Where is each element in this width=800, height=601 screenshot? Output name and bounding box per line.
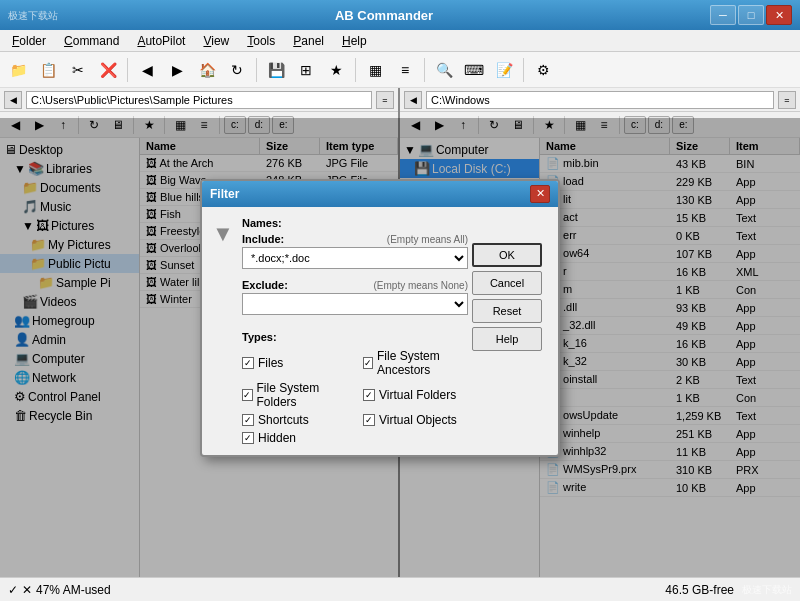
menu-folder[interactable]: Folder — [4, 32, 54, 50]
right-address-input[interactable] — [426, 91, 774, 109]
type-files-check[interactable]: ✓ — [242, 357, 254, 369]
left-addr-pin[interactable]: = — [376, 91, 394, 109]
title-bar-left: 极速下载站 — [8, 8, 58, 23]
tb-delete-icon[interactable]: ❌ — [94, 56, 122, 84]
type-filesystemfolders-label: File System Folders — [257, 381, 347, 409]
watermark-left: 极速下载站 — [8, 10, 58, 21]
tb-cmd-icon[interactable]: ⌨ — [460, 56, 488, 84]
tb-back-icon[interactable]: ◀ — [133, 56, 161, 84]
status-right: 46.5 GB-free — [665, 583, 734, 597]
type-hidden-check[interactable]: ✓ — [242, 432, 254, 444]
main-area: ◀ = ◀ ▶ ↑ ↻ 🖥 ★ ▦ ≡ c: d: e: — [0, 88, 800, 577]
left-address-bar: ◀ = — [0, 88, 398, 112]
watermark-status: 极速下载站 — [742, 583, 792, 597]
app-title: AB Commander — [58, 8, 710, 23]
type-files: ✓ Files — [242, 349, 347, 377]
tb-view-icon[interactable]: ⊞ — [292, 56, 320, 84]
tb-folder-icon[interactable]: 📁 — [4, 56, 32, 84]
include-hint: (Empty means All) — [387, 234, 468, 245]
names-section: Names: Include: (Empty means All) *.docx… — [242, 217, 468, 323]
menu-autopilot[interactable]: AutoPilot — [129, 32, 193, 50]
type-shortcuts-label: Shortcuts — [258, 413, 309, 427]
type-files-label: Files — [258, 356, 283, 370]
menu-bar: Folder Command AutoPilot View Tools Pane… — [0, 30, 800, 52]
types-section: Types: ✓ Files ✓ File System Ancestors ✓ — [242, 331, 468, 445]
exclude-label: Exclude: — [242, 279, 288, 291]
type-virtualfolders-check[interactable]: ✓ — [363, 389, 375, 401]
reset-button[interactable]: Reset — [472, 299, 542, 323]
menu-view[interactable]: View — [195, 32, 237, 50]
menu-tools[interactable]: Tools — [239, 32, 283, 50]
tb-star-icon[interactable]: ★ — [322, 56, 350, 84]
minimize-button[interactable]: ─ — [710, 5, 736, 25]
ok-button[interactable]: OK — [472, 243, 542, 267]
type-shortcuts: ✓ Shortcuts — [242, 413, 347, 427]
type-virtualfolders-label: Virtual Folders — [379, 388, 456, 402]
right-addr-pin[interactable]: = — [778, 91, 796, 109]
close-button[interactable]: ✕ — [766, 5, 792, 25]
toolbar-sep-2 — [256, 58, 257, 82]
right-address-bar: ◀ = — [400, 88, 800, 112]
tb-settings-icon[interactable]: ⚙ — [529, 56, 557, 84]
dialog-body: ▼ OK Cancel Reset Help Names: Include: (… — [202, 207, 558, 455]
type-filesystemancestors: ✓ File System Ancestors — [363, 349, 468, 377]
include-select[interactable]: *.docx;*.doc — [242, 247, 468, 269]
tb-up-icon[interactable]: 🏠 — [193, 56, 221, 84]
tb-cut-icon[interactable]: ✂ — [64, 56, 92, 84]
type-shortcuts-check[interactable]: ✓ — [242, 414, 254, 426]
names-label: Names: — [242, 217, 468, 229]
toolbar-sep-4 — [424, 58, 425, 82]
dialog-title-bar: Filter ✕ — [202, 181, 558, 207]
type-filesystemancestors-check[interactable]: ✓ — [363, 357, 373, 369]
types-grid: ✓ Files ✓ File System Ancestors ✓ File S… — [242, 349, 468, 445]
type-filesystemancestors-label: File System Ancestors — [377, 349, 468, 377]
toolbar-sep-1 — [127, 58, 128, 82]
maximize-button[interactable]: □ — [738, 5, 764, 25]
exclude-hint: (Empty means None) — [374, 280, 468, 291]
toolbar-sep-5 — [523, 58, 524, 82]
tb-rename-icon[interactable]: 📝 — [490, 56, 518, 84]
tb-forward-icon[interactable]: ▶ — [163, 56, 191, 84]
status-left: 47% AM-used — [36, 583, 111, 597]
modal-overlay: Filter ✕ ▼ OK Cancel Reset Help Names: I… — [0, 118, 800, 577]
tb-grid-icon[interactable]: ▦ — [361, 56, 389, 84]
tb-list-icon[interactable]: ≡ — [391, 56, 419, 84]
title-bar-controls: ─ □ ✕ — [710, 5, 792, 25]
filter-dialog: Filter ✕ ▼ OK Cancel Reset Help Names: I… — [200, 179, 560, 457]
main-toolbar: 📁 📋 ✂ ❌ ◀ ▶ 🏠 ↻ 💾 ⊞ ★ ▦ ≡ 🔍 ⌨ 📝 ⚙ — [0, 52, 800, 88]
type-hidden: ✓ Hidden — [242, 431, 347, 445]
types-label: Types: — [242, 331, 468, 343]
title-bar: 极速下载站 AB Commander ─ □ ✕ — [0, 0, 800, 30]
dialog-buttons: OK Cancel Reset Help — [472, 243, 542, 351]
menu-command[interactable]: Command — [56, 32, 127, 50]
type-virtualobjects-label: Virtual Objects — [379, 413, 457, 427]
status-check: ✓ — [8, 583, 18, 597]
type-hidden-label: Hidden — [258, 431, 296, 445]
toolbar-sep-3 — [355, 58, 356, 82]
cancel-button[interactable]: Cancel — [472, 271, 542, 295]
filter-icon: ▼ — [212, 221, 234, 247]
menu-help[interactable]: Help — [334, 32, 375, 50]
help-button[interactable]: Help — [472, 327, 542, 351]
tb-copy-icon[interactable]: 📋 — [34, 56, 62, 84]
exclude-select[interactable] — [242, 293, 468, 315]
type-filesystemfolders: ✓ File System Folders — [242, 381, 347, 409]
menu-panel[interactable]: Panel — [285, 32, 332, 50]
type-virtualobjects: ✓ Virtual Objects — [363, 413, 468, 427]
dialog-title: Filter — [210, 187, 239, 201]
type-filesystemfolders-check[interactable]: ✓ — [242, 389, 253, 401]
dialog-close-button[interactable]: ✕ — [530, 185, 550, 203]
left-address-input[interactable] — [26, 91, 372, 109]
tb-search-icon[interactable]: 🔍 — [430, 56, 458, 84]
left-addr-back[interactable]: ◀ — [4, 91, 22, 109]
include-label: Include: — [242, 233, 284, 245]
type-virtualfolders: ✓ Virtual Folders — [363, 381, 468, 409]
type-virtualobjects-check[interactable]: ✓ — [363, 414, 375, 426]
status-bar: ✓ ✕ 47% AM-used 46.5 GB-free 极速下载站 — [0, 577, 800, 601]
right-addr-back[interactable]: ◀ — [404, 91, 422, 109]
tb-drive-icon[interactable]: 💾 — [262, 56, 290, 84]
status-x: ✕ — [22, 583, 32, 597]
tb-refresh-icon[interactable]: ↻ — [223, 56, 251, 84]
